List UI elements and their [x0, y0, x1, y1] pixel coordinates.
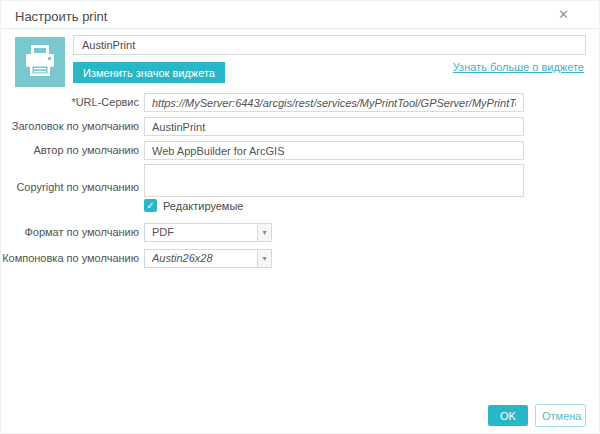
default-format-select[interactable]: PDF ▾	[144, 223, 272, 242]
header-divider	[1, 28, 600, 29]
configure-print-dialog: Настроить print ✕ Изменить значок виджет…	[0, 0, 600, 434]
default-layout-value: Austin26x28	[152, 250, 255, 267]
dialog-title: Настроить print	[15, 9, 107, 24]
learn-more-link[interactable]: Узнать больше о виджете	[453, 61, 584, 73]
editable-checkbox[interactable]: ✓	[144, 199, 157, 212]
cancel-button[interactable]: Отмена	[535, 404, 586, 427]
close-icon[interactable]: ✕	[558, 7, 569, 23]
default-author-input[interactable]	[144, 141, 524, 160]
default-copyright-textarea[interactable]	[144, 164, 524, 197]
default-format-label: Формат по умолчанию	[1, 226, 139, 238]
widget-name-input[interactable]	[73, 35, 586, 55]
change-widget-icon-button[interactable]: Изменить значок виджета	[73, 62, 225, 83]
editable-checkbox-label: Редактируемые	[163, 200, 243, 212]
default-title-input[interactable]	[144, 117, 524, 136]
default-layout-select[interactable]: Austin26x28 ▾	[144, 249, 272, 268]
url-label: *URL-Сервис	[1, 96, 139, 108]
chevron-down-icon[interactable]: ▾	[257, 250, 271, 267]
default-copyright-label: Copyright по умолчанию	[1, 181, 139, 193]
checkmark-icon: ✓	[146, 200, 154, 211]
ok-button[interactable]: OK	[488, 405, 528, 426]
default-format-value: PDF	[152, 224, 255, 241]
default-layout-label: Компоновка по умолчанию	[1, 252, 139, 264]
chevron-down-icon[interactable]: ▾	[257, 224, 271, 241]
widget-icon-tile	[15, 37, 65, 87]
default-author-label: Автор по умолчанию	[1, 144, 139, 156]
url-input[interactable]	[144, 93, 524, 112]
default-title-label: Заголовок по умолчанию	[1, 120, 139, 132]
